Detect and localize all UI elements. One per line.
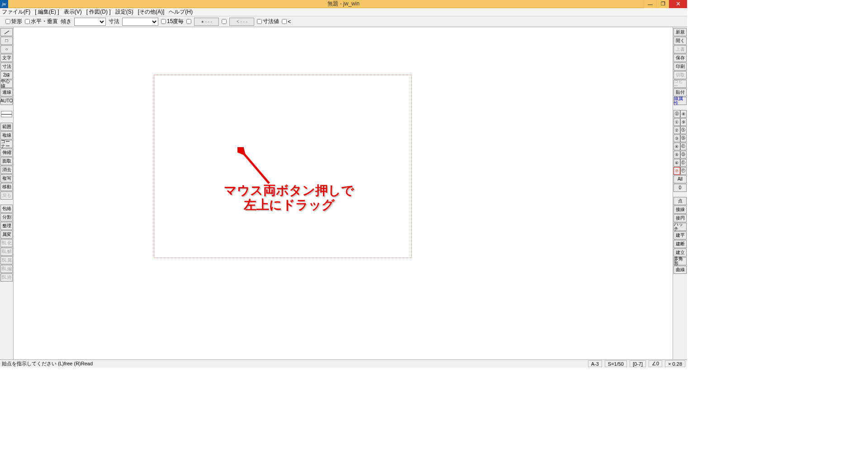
- layer-pair-4[interactable]: ④Ⓒ: [674, 143, 687, 150]
- opt-dim-label: 寸法: [109, 18, 119, 25]
- opt-chk2[interactable]: [222, 19, 227, 24]
- opt-dimval[interactable]: 寸法値: [257, 18, 279, 25]
- tool-move[interactable]: 移動: [0, 183, 13, 191]
- tool-clean[interactable]: 整理: [0, 222, 13, 230]
- menu-settings[interactable]: 設定(S): [115, 8, 133, 16]
- status-zoom[interactable]: × 0.28: [665, 360, 685, 367]
- status-layer[interactable]: [0-7]: [630, 360, 646, 367]
- rt-new[interactable]: 新規: [674, 28, 687, 36]
- tool-center[interactable]: 中心線: [0, 80, 13, 88]
- minimize-button[interactable]: —: [644, 0, 656, 8]
- window-controls: — ❐ ✕: [644, 0, 687, 8]
- line-color-box[interactable]: [1, 111, 12, 117]
- app-icon: jw: [0, 0, 8, 8]
- opt-15deg[interactable]: 15度毎: [161, 18, 184, 25]
- tool-circle[interactable]: ○: [0, 45, 13, 53]
- opt-dim-select[interactable]: [122, 18, 158, 26]
- opt-hv[interactable]: 水平・垂直: [25, 18, 58, 25]
- rt-print[interactable]: 印刷: [674, 62, 687, 71]
- tool-copy[interactable]: 複写: [0, 174, 13, 182]
- rt-tancircle[interactable]: 接円: [674, 214, 687, 222]
- status-bar: 始点を指示してください (L)free (R)Read A-3 S=1/50 […: [0, 359, 687, 368]
- opt-chk1[interactable]: [186, 19, 191, 24]
- menu-view[interactable]: 表示(V): [64, 8, 82, 16]
- opt-rect[interactable]: 矩形: [5, 18, 22, 25]
- layer-pair-3[interactable]: ③Ⓑ: [674, 134, 687, 142]
- tool-auto[interactable]: AUTO: [0, 97, 13, 105]
- layer-pair-2[interactable]: ②Ⓐ: [674, 126, 687, 134]
- tool-envelop[interactable]: 包絡: [0, 205, 13, 213]
- rt-zero[interactable]: 0: [674, 184, 687, 192]
- status-scale[interactable]: S=1/50: [605, 360, 627, 367]
- drawing-canvas[interactable]: マウス両ボタン押しで 左上にドラッグ: [14, 27, 673, 359]
- close-button[interactable]: ✕: [669, 0, 687, 8]
- maximize-button[interactable]: ❐: [656, 0, 669, 8]
- svg-line-0: [243, 153, 269, 183]
- status-angle[interactable]: ∠0: [649, 360, 662, 367]
- tool-bl2[interactable]: BL解: [0, 248, 13, 256]
- rt-curve[interactable]: 曲線: [674, 266, 687, 274]
- title-bar: jw 無題 - jw_win — ❐ ✕: [0, 0, 687, 8]
- tool-bl5[interactable]: BL終: [0, 273, 13, 282]
- rt-plan[interactable]: 建平: [674, 231, 687, 239]
- right-toolbar: 新規 開く 上書 保存 印刷 切取 コピー 貼付 線属性 ⓪⑧ ①⑨ ②Ⓐ ③Ⓑ…: [673, 27, 687, 359]
- option-bar: 矩形 水平・垂直 傾き 寸法 15度毎 ● - - - < - - - 寸法値 …: [0, 16, 687, 27]
- menu-help[interactable]: ヘルプ(H): [169, 8, 193, 16]
- tool-rect[interactable]: □: [0, 37, 13, 45]
- rt-cut[interactable]: 切取: [674, 71, 687, 79]
- rt-polygon[interactable]: 多角形: [674, 257, 687, 265]
- tool-range[interactable]: 範囲: [0, 123, 13, 131]
- tool-undo[interactable]: 戻る: [0, 191, 13, 200]
- layer-pair-6[interactable]: ⑥Ⓔ: [674, 159, 687, 167]
- layer-pair-0[interactable]: ⓪⑧: [674, 110, 687, 118]
- tool-erase[interactable]: 消去: [0, 166, 13, 174]
- window-title: 無題 - jw_win: [327, 0, 360, 8]
- rt-overwrite[interactable]: 上書: [674, 45, 687, 53]
- tool-bl1[interactable]: BL化: [0, 239, 13, 247]
- annotation-arrow-icon: [237, 147, 278, 188]
- rt-tanline[interactable]: 接線: [674, 206, 687, 214]
- menu-edit[interactable]: [ 編集(E) ]: [35, 8, 59, 16]
- tool-bl4[interactable]: BL編: [0, 265, 13, 273]
- rt-hatch[interactable]: ハッチ: [674, 223, 687, 231]
- tool-offset[interactable]: 複線: [0, 131, 13, 139]
- tool-line[interactable]: [0, 28, 13, 36]
- opt-tilt-select[interactable]: [74, 18, 106, 26]
- menu-other[interactable]: [その他(A)]: [138, 8, 165, 16]
- annotation-text: マウス両ボタン押しで 左上にドラッグ: [224, 183, 354, 212]
- tool-chamfer[interactable]: 面取: [0, 157, 13, 165]
- rt-copy[interactable]: コピー: [674, 80, 687, 88]
- rt-save[interactable]: 保存: [674, 54, 687, 62]
- tool-polyline[interactable]: 連線: [0, 88, 13, 96]
- opt-btn2[interactable]: < - - -: [229, 18, 254, 26]
- menu-file[interactable]: ファイル(F): [2, 8, 30, 16]
- rt-lineattr[interactable]: 線属性: [674, 97, 687, 105]
- status-paper[interactable]: A-3: [588, 360, 602, 367]
- menu-draw[interactable]: [ 作図(D) ]: [86, 8, 111, 16]
- tool-divide[interactable]: 分割: [0, 213, 13, 221]
- menu-bar: ファイル(F) [ 編集(E) ] 表示(V) [ 作図(D) ] 設定(S) …: [0, 8, 687, 16]
- tool-dim[interactable]: 寸法: [0, 62, 13, 71]
- rt-elev[interactable]: 建立: [674, 249, 687, 257]
- paper-border: [154, 75, 412, 258]
- layer-pair-5[interactable]: ⑤Ⓓ: [674, 151, 687, 158]
- layer-pair-7[interactable]: ⑦Ⓕ: [674, 167, 687, 175]
- tool-text[interactable]: 文字: [0, 54, 13, 62]
- rt-point[interactable]: 点: [674, 197, 687, 205]
- tool-2line[interactable]: 2線: [0, 71, 13, 79]
- tool-attr[interactable]: 属変: [0, 230, 13, 239]
- status-hint: 始点を指示してください (L)free (R)Read: [2, 360, 93, 367]
- opt-tilt-label: 傾き: [61, 18, 71, 25]
- rt-section[interactable]: 建断: [674, 240, 687, 248]
- tool-bl3[interactable]: BL属: [0, 256, 13, 264]
- opt-lt[interactable]: <: [282, 19, 291, 25]
- layer-pair-1[interactable]: ①⑨: [674, 118, 687, 126]
- rt-paste[interactable]: 貼付: [674, 88, 687, 96]
- rt-all[interactable]: All: [674, 175, 687, 183]
- left-toolbar: □ ○ 文字 寸法 2線 中心線 連線 AUTO 範囲 複線 コーナー 伸縮 面…: [0, 27, 14, 359]
- rt-open[interactable]: 開く: [674, 37, 687, 45]
- opt-btn1[interactable]: ● - - -: [194, 18, 219, 26]
- tool-corner[interactable]: コーナー: [0, 140, 13, 148]
- tool-extend[interactable]: 伸縮: [0, 148, 13, 157]
